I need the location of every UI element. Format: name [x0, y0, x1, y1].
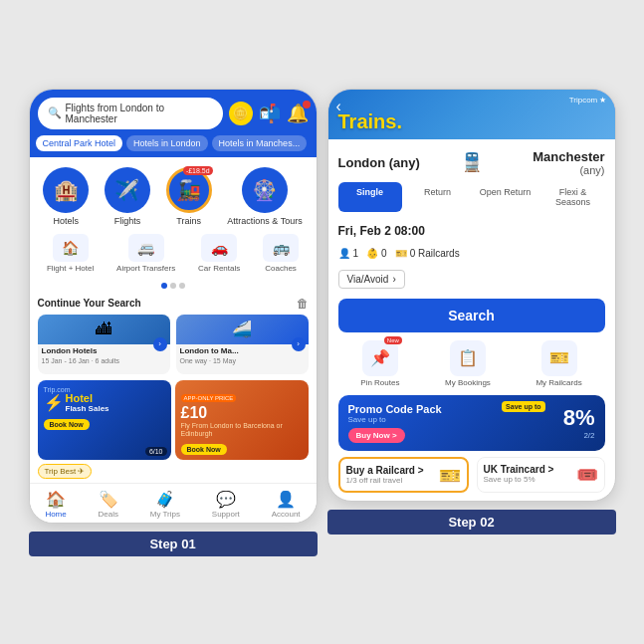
tab-return[interactable]: Return [406, 182, 470, 212]
category-flights[interactable]: ✈️ Flights [105, 167, 150, 226]
promo-desc: Fly From London to Barcelona or Edinburg… [181, 422, 303, 439]
support-icon: 💬 [216, 490, 236, 509]
card-hotels-sub: 15 Jan - 16 Jan · 6 adults [38, 357, 170, 364]
trains-header: ‹ Tripcom ★ Trains. [328, 90, 615, 139]
promo-hotel-sales[interactable]: Trip.com ⚡ Hotel Flash Sales Book Now 6/… [38, 380, 171, 460]
nav-home[interactable]: 🏠 Home [45, 490, 66, 519]
tab-single[interactable]: Single [338, 182, 402, 212]
best-badge[interactable]: Trip Best ✈ [38, 464, 93, 479]
flight-hotel-icon: 🏠 [53, 234, 89, 262]
origin-point[interactable]: London (any) [338, 155, 453, 170]
search-button[interactable]: Search [338, 299, 605, 332]
phone-1: 🔍 Flights from London to Manchester 🪙 📬 … [29, 89, 318, 524]
trash-icon[interactable]: 🗑 [297, 297, 309, 311]
railcard-count[interactable]: 🎫 0 Railcards [395, 248, 460, 259]
car-label: Car Rentals [198, 264, 240, 273]
search-icon: 🔍 [48, 107, 62, 119]
coaches-icon: 🚌 [263, 234, 299, 262]
route-selector: London (any) 🚆 Manchester (any) [328, 139, 615, 182]
mail-icon: 📬 [259, 103, 281, 124]
railcard-emoji-1: 🎫 [439, 465, 461, 487]
card-trains[interactable]: 🚄 London to Ma... One way · 15 May › [176, 315, 309, 374]
bell-icon: 🔔 [287, 103, 309, 124]
deals-icon: 🏷️ [99, 490, 118, 509]
step-label-1: Step 01 [29, 532, 318, 556]
card-trains-img: 🚄 [176, 315, 309, 344]
search-input[interactable]: 🔍 Flights from London to Manchester [38, 98, 223, 129]
promo-fly[interactable]: APP-ONLY PRICE £10 Fly From London to Ba… [175, 380, 309, 460]
promo-book-btn-2[interactable]: Book Now [181, 444, 227, 455]
chip-manchester[interactable]: Hotels in Manches... [212, 135, 308, 151]
quick-my-railcards[interactable]: 🎫 My Railcards [536, 340, 581, 387]
chevron-right-icon: › [392, 274, 395, 285]
card-hotels-title: London Hotels [38, 344, 170, 358]
adult-count[interactable]: 👤 1 [338, 248, 359, 259]
trips-icon: 🧳 [155, 490, 175, 509]
quick-pin-routes[interactable]: 📌 New Pin Routes [360, 340, 399, 387]
my-bookings-label: My Bookings [445, 378, 491, 387]
buy-railcard[interactable]: Buy a Railcard > 1/3 off rail travel 🎫 [338, 457, 469, 493]
hotels-icon: 🏨 [43, 167, 89, 213]
journey-tabs: Single Return Open Return Flexi & Season… [328, 182, 615, 212]
airport-icon: 🚐 [128, 234, 164, 262]
coin-icon: 🪙 [229, 102, 253, 125]
new-badge: New [384, 336, 402, 344]
card-trains-arrow[interactable]: › [292, 337, 306, 351]
sub-car[interactable]: 🚗 Car Rentals [198, 234, 240, 273]
child-count[interactable]: 👶 0 [366, 248, 387, 259]
card-hotels-arrow[interactable]: › [153, 337, 167, 351]
header-icons: 🪙 📬 🔔 [229, 102, 309, 125]
swap-icon[interactable]: 🚆 [453, 151, 491, 173]
promo-counter: 6/10 [145, 447, 167, 456]
nav-account-label: Account [272, 510, 301, 519]
journey-date[interactable]: Fri, Feb 2 08:00 [328, 220, 615, 242]
main-categories: 🏨 Hotels ✈️ Flights 🚂 -£18.5d Trains 🎡 [30, 157, 317, 230]
phone-2: ‹ Tripcom ★ Trains. London (any) 🚆 Manch… [327, 89, 616, 502]
tab-flexi[interactable]: Flexi & Seasons [541, 182, 605, 212]
nav-home-label: Home [45, 510, 66, 519]
search-bar: 🔍 Flights from London to Manchester 🪙 📬 … [30, 90, 317, 135]
attractions-label: Attractions & Tours [227, 216, 302, 226]
card-hotels[interactable]: 🏙 London Hotels 15 Jan - 16 Jan · 6 adul… [38, 315, 170, 374]
via-avoid-section: Via/Avoid › [328, 265, 615, 295]
promo-right: 8% 2/2 [563, 405, 595, 440]
promo-amount: £10 [181, 404, 303, 422]
bottom-nav: 🏠 Home 🏷️ Deals 🧳 My Trips 💬 Support 👤 [30, 483, 317, 523]
category-attractions[interactable]: 🎡 Attractions & Tours [227, 167, 302, 226]
promo-buy-btn[interactable]: Buy Now > [348, 428, 405, 443]
railcard-num: 0 Railcards [410, 248, 460, 259]
quick-my-bookings[interactable]: 📋 My Bookings [445, 340, 491, 387]
sub-coaches[interactable]: 🚌 Coaches [263, 234, 299, 273]
dest-point[interactable]: Manchester (any) [491, 149, 605, 176]
promo-brand-left: Trip.com [44, 386, 165, 393]
promo-pages: 2/2 [563, 431, 595, 440]
category-hotels[interactable]: 🏨 Hotels [43, 167, 89, 226]
home-icon: 🏠 [46, 490, 66, 509]
uk-traincard[interactable]: UK Traincard > Save up to 5% 🎟️ [477, 457, 605, 493]
nav-support[interactable]: 💬 Support [212, 490, 240, 519]
quick-links: 📌 New Pin Routes 📋 My Bookings 🎫 My Rail… [328, 340, 615, 395]
promo-book-btn[interactable]: Book Now [44, 419, 90, 430]
promo-code-banner[interactable]: Save up to Promo Code Pack Save up to Bu… [338, 395, 605, 451]
tab-open-return[interactable]: Open Return [474, 182, 537, 212]
promo-percent: 8% [563, 405, 595, 431]
category-trains[interactable]: 🚂 -£18.5d Trains [166, 167, 212, 226]
card-hotels-img: 🏙 [38, 315, 170, 344]
step-label-2: Step 02 [327, 510, 616, 535]
nav-deals[interactable]: 🏷️ Deals [99, 490, 118, 519]
account-icon: 👤 [276, 490, 296, 509]
sub-airport[interactable]: 🚐 Airport Transfers [116, 234, 175, 273]
railcard-options: Buy a Railcard > 1/3 off rail travel 🎫 U… [328, 457, 615, 501]
trains-badge: -£18.5d [183, 166, 213, 175]
nav-trips[interactable]: 🧳 My Trips [150, 490, 180, 519]
flights-icon: ✈️ [105, 167, 150, 213]
passengers-row: 👤 1 👶 0 🎫 0 Railcards [328, 242, 615, 265]
chip-hotel[interactable]: Central Park Hotel [36, 135, 123, 151]
nav-account[interactable]: 👤 Account [272, 490, 301, 519]
best-section: Trip Best ✈ [30, 460, 317, 483]
filter-chips: Central Park Hotel Hotels in London Hote… [30, 135, 317, 157]
dest-city: Manchester [491, 149, 605, 164]
sub-flight-hotel[interactable]: 🏠 Flight + Hotel [47, 234, 94, 273]
via-avoid-button[interactable]: Via/Avoid › [338, 270, 405, 289]
chip-london[interactable]: Hotels in London [126, 135, 208, 151]
